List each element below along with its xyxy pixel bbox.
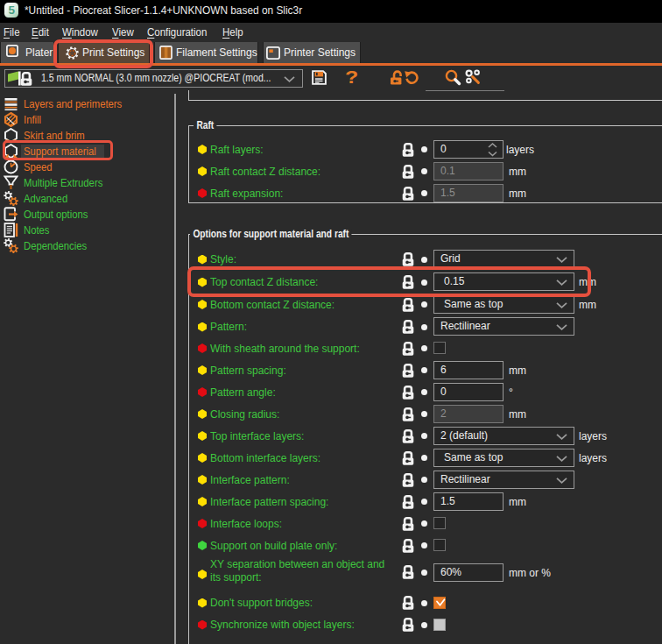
svg-text:5: 5: [8, 4, 15, 17]
